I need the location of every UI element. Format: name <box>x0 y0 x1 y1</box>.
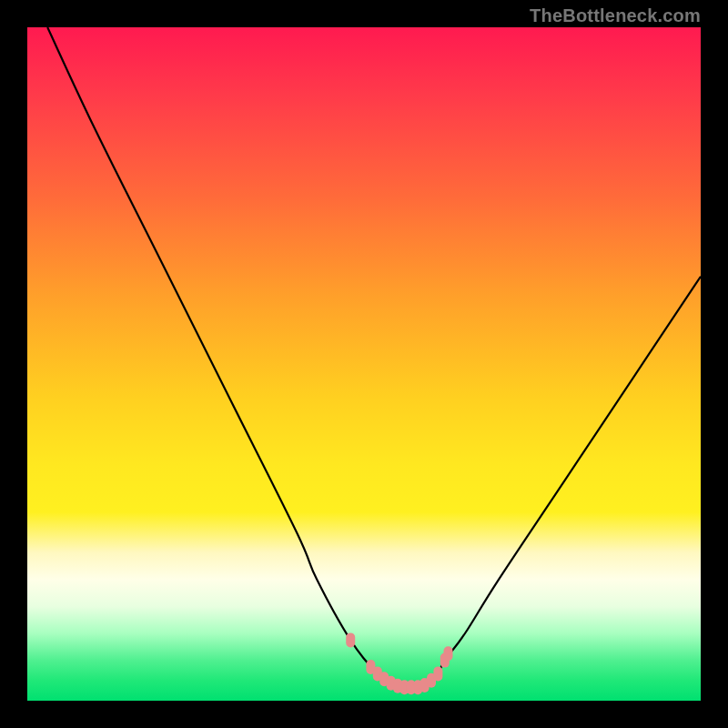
marker-point <box>346 632 355 647</box>
chart-frame: TheBottleneck.com <box>0 0 728 728</box>
highlight-markers <box>346 632 452 694</box>
marker-point <box>444 646 453 661</box>
curve-svg <box>27 27 701 701</box>
plot-area <box>27 27 701 701</box>
marker-point <box>433 666 442 681</box>
bottleneck-curve <box>47 27 701 688</box>
attribution-text: TheBottleneck.com <box>530 5 701 26</box>
